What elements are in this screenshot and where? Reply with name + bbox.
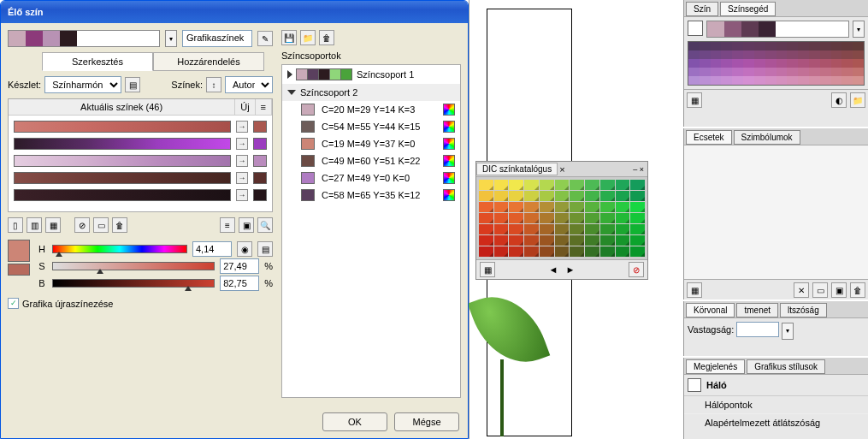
variation-swatch[interactable]: [711, 59, 722, 68]
dic-swatch[interactable]: [630, 224, 645, 234]
dic-color-grid[interactable]: [476, 177, 647, 259]
dic-swatch[interactable]: [540, 213, 554, 223]
variation-swatch[interactable]: [688, 59, 700, 68]
dic-swatch[interactable]: [600, 235, 615, 246]
variation-swatch[interactable]: [700, 50, 711, 59]
dic-swatch[interactable]: [509, 213, 523, 223]
variation-swatch[interactable]: [743, 68, 754, 76]
variation-swatch[interactable]: [732, 68, 743, 76]
dic-swatch[interactable]: [600, 213, 615, 223]
tab-opacity[interactable]: ltszóság: [780, 303, 827, 317]
variation-swatch[interactable]: [798, 76, 809, 85]
variation-swatch[interactable]: [700, 76, 711, 85]
variation-swatch[interactable]: [841, 42, 853, 50]
variation-swatch[interactable]: [765, 76, 776, 85]
dic-swatch[interactable]: [524, 180, 539, 190]
variation-swatch[interactable]: [700, 42, 711, 50]
color-row[interactable]: →: [14, 189, 267, 201]
harmony-strip[interactable]: [706, 21, 849, 38]
variation-swatch[interactable]: [765, 68, 776, 76]
variation-swatch[interactable]: [776, 42, 788, 50]
dic-swatch[interactable]: [494, 202, 509, 212]
tab-szimbolumok[interactable]: Szimbólumok: [734, 130, 800, 145]
variation-swatch[interactable]: [853, 59, 864, 68]
dic-swatch[interactable]: [555, 235, 570, 246]
dic-swatch[interactable]: [494, 246, 509, 257]
variation-swatch[interactable]: [831, 42, 842, 50]
variation-swatch[interactable]: [787, 76, 798, 85]
dic-swatch[interactable]: [540, 246, 554, 257]
dic-swatch[interactable]: [555, 191, 570, 201]
dic-swatch[interactable]: [509, 224, 523, 234]
variation-swatch[interactable]: [841, 68, 853, 76]
group2-header[interactable]: Színcsoport 2: [282, 84, 460, 101]
mesh-points-item[interactable]: Hálópontok: [684, 396, 868, 414]
b-slider[interactable]: [52, 279, 215, 288]
dic-swatch[interactable]: [570, 180, 584, 190]
stepper-icon[interactable]: ↕: [206, 77, 221, 92]
variation-swatch[interactable]: [765, 50, 776, 59]
target-swatch[interactable]: [253, 189, 267, 201]
variation-swatch[interactable]: [743, 50, 754, 59]
variation-swatch[interactable]: [820, 76, 831, 85]
variation-swatch[interactable]: [732, 59, 743, 68]
variation-swatch[interactable]: [688, 68, 700, 76]
minimize-icon[interactable]: – ×: [629, 165, 647, 174]
play-icon[interactable]: ◉: [237, 241, 252, 257]
tab-edit[interactable]: Szerkesztés: [42, 52, 153, 71]
group1-header[interactable]: Színcsoport 1: [282, 65, 460, 84]
default-transparency-item[interactable]: Alapértelmezett átlátszóság: [684, 414, 868, 431]
b-input[interactable]: [220, 276, 259, 291]
variation-swatch[interactable]: [776, 59, 788, 68]
variation-swatch[interactable]: [732, 42, 743, 50]
brush-options-icon[interactable]: ▭: [812, 282, 828, 298]
base-color-strip[interactable]: [8, 30, 160, 47]
dic-swatch[interactable]: [479, 180, 493, 190]
preset-select[interactable]: Színharmónia: [44, 76, 121, 93]
arrow-icon[interactable]: →: [236, 138, 248, 150]
dic-swatch[interactable]: [555, 202, 570, 212]
variation-swatch[interactable]: [765, 59, 776, 68]
dic-swatch[interactable]: [570, 213, 584, 223]
dic-swatch[interactable]: [616, 180, 630, 190]
dic-swatch[interactable]: [600, 246, 615, 257]
swatch-item[interactable]: C=19 M=49 Y=37 K=0: [282, 135, 460, 152]
variation-swatch[interactable]: [853, 68, 864, 76]
variation-swatch[interactable]: [798, 50, 809, 59]
exclude-icon[interactable]: ⊘: [74, 217, 90, 233]
dic-swatch[interactable]: [630, 235, 645, 246]
variation-swatch[interactable]: [776, 68, 788, 76]
expand-icon[interactable]: [287, 70, 292, 79]
swatch-item[interactable]: C=54 M=55 Y=44 K=15: [282, 118, 460, 135]
arrow-icon[interactable]: →: [236, 189, 248, 201]
swatch-item[interactable]: C=49 M=60 Y=51 K=22: [282, 152, 460, 169]
dic-swatch[interactable]: [570, 202, 584, 212]
collapse-icon[interactable]: [287, 90, 296, 95]
dic-swatch[interactable]: [616, 246, 630, 257]
colors-select[interactable]: Autom: [225, 76, 273, 93]
variations-grid[interactable]: [688, 41, 865, 86]
dic-swatch[interactable]: [616, 202, 630, 212]
multi-col-icon[interactable]: ▥: [27, 217, 42, 233]
dic-swatch[interactable]: [479, 246, 493, 257]
dic-swatch[interactable]: [479, 224, 493, 234]
h-input[interactable]: [192, 241, 232, 257]
swatch-item[interactable]: C=20 M=29 Y=14 K=3: [282, 101, 460, 118]
color-row[interactable]: →: [14, 121, 267, 133]
s-input[interactable]: [220, 258, 259, 274]
variation-swatch[interactable]: [721, 42, 732, 50]
dic-swatch[interactable]: [540, 191, 554, 201]
variation-swatch[interactable]: [798, 59, 809, 68]
limit-palette-icon[interactable]: ▦: [687, 92, 702, 108]
dic-swatch[interactable]: [585, 191, 599, 201]
swatch-item[interactable]: C=27 M=49 Y=0 K=0: [282, 169, 460, 187]
variation-swatch[interactable]: [754, 76, 765, 85]
variation-swatch[interactable]: [820, 42, 831, 50]
variation-swatch[interactable]: [831, 59, 842, 68]
variation-swatch[interactable]: [754, 42, 765, 50]
variation-swatch[interactable]: [721, 59, 732, 68]
trash-icon[interactable]: 🗑: [112, 217, 127, 233]
variation-swatch[interactable]: [809, 59, 820, 68]
variation-swatch[interactable]: [688, 42, 700, 50]
variation-swatch[interactable]: [841, 50, 853, 59]
